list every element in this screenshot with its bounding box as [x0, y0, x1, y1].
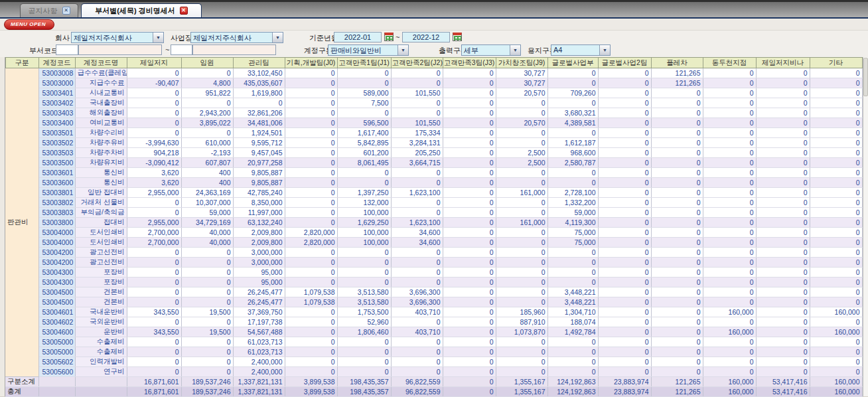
code-cell: 53004000: [38, 238, 75, 248]
value-cell: 0: [598, 208, 651, 218]
table-row[interactable]: 53003403해외출장비02,943,20032,861,206000003,…: [5, 108, 862, 118]
scrollbar-thumb[interactable]: [863, 58, 868, 96]
subtotal-row[interactable]: 구분소계16,871,601189,537,2461,337,821,1313,…: [5, 377, 862, 387]
tab-notice[interactable]: 공지사항 ✕: [20, 3, 78, 17]
table-row[interactable]: 53003500차량유지비-3,090,412607,80720,977,258…: [5, 158, 862, 168]
value-cell: 189,537,246: [181, 377, 233, 387]
table-row[interactable]: 53005600연구비002,400,00000000000000: [5, 367, 862, 377]
company-select[interactable]: 제일저지주식회사 ▼: [71, 32, 164, 43]
table-header-cell[interactable]: 관리팀: [233, 58, 285, 68]
paper-type-select[interactable]: A4 ▼: [551, 44, 611, 56]
table-row[interactable]: 53004300포장비0095,00000000000000: [5, 278, 862, 287]
table-header-cell[interactable]: 플레차: [651, 58, 703, 68]
table-row[interactable]: 53004500견본비0026,245,4771,079,5383,513,58…: [5, 287, 862, 297]
dept-from-code-input[interactable]: [56, 44, 78, 55]
value-cell: 0: [443, 188, 496, 198]
calendar-icon[interactable]: [453, 33, 462, 41]
table-header-cell[interactable]: 제일저지: [127, 58, 181, 68]
value-cell: 0: [443, 278, 496, 287]
tab-notice-close-icon[interactable]: ✕: [62, 7, 70, 15]
table-row[interactable]: 53003502차량주유비-3,994,630610,0009,595,7120…: [5, 138, 862, 148]
table-row[interactable]: 53004000도서인쇄비2,700,00040,0002,009,8002,8…: [5, 238, 862, 248]
value-cell: 34,600: [391, 228, 443, 238]
value-cell: 0: [651, 317, 703, 327]
table-header-cell[interactable]: 글로벌사업부: [547, 58, 598, 68]
table-row[interactable]: 53003601통신비3,6204009,805,88700000000000: [5, 168, 862, 178]
value-cell: 0: [598, 138, 651, 148]
dept-from-name-input[interactable]: [78, 44, 162, 55]
table-header-cell[interactable]: 임원: [181, 58, 233, 68]
value-cell: 0: [547, 268, 598, 278]
table-header-cell[interactable]: 가치창조팀(J9): [496, 58, 547, 68]
table-header-cell[interactable]: 동두천지점: [703, 58, 756, 68]
value-cell: 0: [337, 78, 391, 88]
table-header-cell[interactable]: 제일저지비나: [756, 58, 810, 68]
table-row[interactable]: 53004601국내운반비343,55019,50037,369,75001,7…: [5, 307, 862, 317]
account-type-select[interactable]: 판매비와일반비 ▼: [328, 44, 409, 56]
value-cell: 0: [496, 297, 547, 307]
table-row[interactable]: 53005000수출제비0061,023,71300000000000: [5, 347, 862, 357]
period-from-input[interactable]: [334, 32, 382, 42]
table-row[interactable]: 53003401시내교통비0951,8221,619,8000589,00010…: [5, 88, 862, 98]
code-cell: [38, 387, 75, 397]
table-header-cell[interactable]: 기타: [810, 58, 862, 68]
table-row[interactable]: 53004602국외운반비0017,197,738052,96000887,91…: [5, 317, 862, 327]
value-cell: 0: [703, 218, 756, 228]
value-cell: 0: [756, 198, 810, 208]
table-row[interactable]: 53003600통신비3,6204009,805,88700000000000: [5, 178, 862, 188]
table-row[interactable]: 53004500견본비0026,245,4771,079,5383,513,58…: [5, 297, 862, 307]
table-row[interactable]: 53005602인력개발비002,400,00000000000000: [5, 357, 862, 367]
value-cell: 0: [496, 228, 547, 238]
table-row[interactable]: 53003802거래처 선물비010,307,0008,350,0000132,…: [5, 198, 862, 208]
value-cell: 0: [703, 367, 756, 377]
tab-expense-report[interactable]: 부서별(세목) 경비명세서 ✕: [81, 3, 202, 17]
table-row[interactable]: 53005000수출제비0061,023,71300000000000: [5, 337, 862, 347]
value-cell: 160,000: [703, 377, 756, 387]
table-row[interactable]: 53004300포장비0095,00000000000000: [5, 268, 862, 278]
vertical-scrollbar[interactable]: [863, 57, 868, 396]
table-row[interactable]: 53003402국내출장비00007,500000000000: [5, 98, 862, 108]
table-row[interactable]: 53004600운반비343,55019,50054,567,48801,806…: [5, 327, 862, 337]
table-row[interactable]: 53003503차량주차비904,218-2,1939,457,0450601,…: [5, 148, 862, 158]
table-header-cell[interactable]: 고객만족3팀(J3): [443, 58, 496, 68]
table-header-cell[interactable]: 계정코드: [38, 58, 75, 68]
value-cell: 1,619,800: [233, 88, 285, 98]
dept-to-code-input[interactable]: [171, 44, 192, 55]
value-cell: 0: [703, 347, 756, 357]
table-row[interactable]: 53003803부의금/축의금059,00011,997,0000100,000…: [5, 208, 862, 218]
table-row[interactable]: 53003801일반 접대비2,955,00024,363,16942,785,…: [5, 188, 862, 198]
total-row[interactable]: 총계16,871,601189,537,2461,337,821,1313,89…: [5, 387, 862, 397]
value-cell: 52,960: [337, 317, 391, 327]
table-row[interactable]: 53003400여비교통비03,895,02234,481,0060596,50…: [5, 118, 862, 128]
output-type-select[interactable]: 세부 ▼: [461, 44, 521, 56]
name-cell: 부의금/축의금: [75, 208, 127, 218]
table-row[interactable]: 53003501차량수리비001,924,50101,617,400175,33…: [5, 128, 862, 138]
table-header-cell[interactable]: 고객만족2팀(J2): [391, 58, 443, 68]
calendar-icon[interactable]: [384, 33, 394, 41]
tab-expense-report-close-icon[interactable]: ✕: [180, 7, 188, 15]
value-cell: -90,407: [127, 78, 181, 88]
period-to-input[interactable]: [402, 32, 450, 42]
menu-open-button[interactable]: MENU OPEN: [4, 19, 54, 30]
table-row[interactable]: 53004200광고선전비003,000,00000000000000: [5, 248, 862, 258]
table-row[interactable]: 53004000도서인쇄비2,700,00040,0002,009,8002,8…: [5, 228, 862, 238]
table-row[interactable]: 판관비53003008급수수료(클레임)0033,102,450000030,7…: [5, 68, 862, 78]
dept-to-name-input[interactable]: [192, 44, 276, 55]
value-cell: 19,500: [181, 307, 233, 317]
table-header-cell[interactable]: 고객만족1팀(J1): [337, 58, 391, 68]
site-select[interactable]: 제일저지주식회사 ▼: [190, 32, 283, 43]
table-header-cell[interactable]: 글로벌사업2팀: [598, 58, 651, 68]
table-row[interactable]: 53003000지급수수료-90,4074,800435,035,6070000…: [5, 78, 862, 88]
value-cell: 0: [127, 208, 181, 218]
table-header-cell[interactable]: 기획,개발팀(J0): [285, 58, 337, 68]
table-header-cell[interactable]: 계정코드명: [75, 58, 127, 68]
left-splitter[interactable]: [0, 57, 5, 396]
account-type-value: 판매비와일반비: [328, 45, 398, 55]
value-cell: 0: [285, 118, 337, 128]
value-cell: 400: [181, 178, 233, 188]
value-cell: 0: [443, 248, 496, 258]
table-header-cell[interactable]: 구분: [5, 58, 38, 68]
value-cell: 0: [651, 88, 703, 98]
table-row[interactable]: 53003800접대비2,955,00034,729,16963,132,240…: [5, 218, 862, 228]
table-row[interactable]: 53004200광고선전비003,000,00000000000000: [5, 258, 862, 268]
